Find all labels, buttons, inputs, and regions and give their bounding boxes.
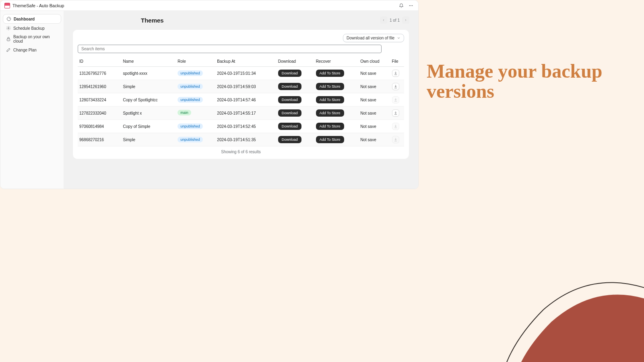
cell-cloud: Not save — [359, 120, 390, 133]
sidebar-item-change-plan[interactable]: Change Plan — [3, 45, 61, 54]
headline-line-2: versions — [427, 81, 603, 101]
col-recover: Recover — [314, 56, 359, 67]
cell-cloud: Not save — [359, 80, 390, 93]
cell-file — [390, 67, 404, 80]
cell-file — [390, 133, 404, 146]
role-badge: unpublished — [178, 84, 203, 89]
download-button[interactable]: Download — [278, 96, 301, 103]
role-badge: unpublished — [178, 137, 203, 142]
pager-text: 1 of 1 — [390, 18, 400, 23]
download-button[interactable]: Download — [278, 109, 301, 117]
pager: 1 of 1 — [380, 16, 409, 24]
sidebar-item-backup-on-your-own-cloud[interactable]: Backup on your own cloud — [3, 33, 61, 45]
table-row: 96868270216 Simple unpublished 2024-03-1… — [78, 133, 404, 146]
svg-rect-5 — [7, 39, 10, 41]
add-to-store-button[interactable]: Add To Store — [316, 136, 344, 143]
titlebar: ThemeSafe - Auto Backup — [0, 0, 418, 11]
cell-id: 128073433224 — [78, 93, 122, 107]
cell-download: Download — [277, 107, 314, 120]
results-count: Showing 6 of 6 results — [78, 150, 404, 154]
cell-backup-at: 2024-03-19T14:51:35 — [215, 133, 276, 146]
app-title: ThemeSafe - Auto Backup — [12, 3, 64, 8]
sidebar-item-dashboard[interactable]: Dashboard — [3, 14, 61, 24]
cell-recover: Add To Store — [314, 107, 359, 120]
main-content: Themes 1 of 1 Download all version of fi… — [64, 11, 418, 189]
file-download-icon — [392, 136, 399, 143]
cell-backup-at: 2024-03-19T14:57:46 — [215, 93, 276, 107]
pager-prev-button[interactable] — [380, 16, 387, 24]
add-to-store-button[interactable]: Add To Store — [316, 96, 344, 103]
add-to-store-button[interactable]: Add To Store — [316, 123, 344, 130]
cell-name: Simple — [122, 133, 176, 146]
cell-cloud: Not save — [359, 67, 390, 80]
app-window: ThemeSafe - Auto Backup DashboardSchedul… — [0, 0, 419, 189]
cell-file — [390, 93, 404, 107]
add-to-store-button[interactable]: Add To Store — [316, 70, 344, 77]
cell-file — [390, 80, 404, 93]
add-to-store-button[interactable]: Add To Store — [316, 83, 344, 90]
cell-name: Copy of Simple — [122, 120, 176, 133]
sidebar-item-schedule-backup[interactable]: Schedule Backup — [3, 24, 61, 33]
file-download-icon[interactable] — [392, 109, 399, 117]
cell-file — [390, 120, 404, 133]
cell-backup-at: 2024-03-19T14:55:17 — [215, 107, 276, 120]
cell-role: unpublished — [176, 93, 215, 107]
col-cloud: Own cloud — [359, 56, 390, 67]
file-download-icon[interactable] — [392, 70, 399, 77]
add-to-store-button[interactable]: Add To Store — [316, 109, 344, 117]
decorative-blob-icon — [495, 278, 644, 362]
role-badge: unpublished — [178, 97, 203, 103]
col-id: ID — [78, 56, 122, 67]
file-download-icon — [392, 96, 399, 103]
role-badge: unpublished — [178, 123, 203, 129]
svg-point-4 — [8, 28, 9, 29]
chevron-down-icon — [397, 36, 400, 40]
file-download-icon[interactable] — [392, 83, 399, 90]
pager-next-button[interactable] — [402, 16, 409, 24]
cell-download: Download — [277, 93, 314, 107]
role-badge: main — [178, 110, 191, 115]
table-row: 131267952776 spotlight-xxxx unpublished … — [78, 67, 404, 80]
download-button[interactable]: Download — [278, 136, 301, 143]
headline-line-1: Manage your backup — [427, 61, 603, 81]
cell-id: 97060814984 — [78, 120, 122, 133]
cell-role: unpublished — [176, 120, 215, 133]
cell-backup-at: 2024-03-19T14:52:45 — [215, 120, 276, 133]
notifications-icon[interactable] — [398, 2, 405, 9]
cell-name: spotlight-xxxx — [122, 67, 176, 80]
cell-recover: Add To Store — [314, 120, 359, 133]
cell-role: unpublished — [176, 67, 215, 80]
cell-recover: Add To Store — [314, 80, 359, 93]
cell-download: Download — [277, 67, 314, 80]
more-icon[interactable] — [408, 2, 414, 9]
cell-role: unpublished — [176, 80, 215, 93]
cell-id: 127822332040 — [78, 107, 122, 120]
svg-point-0 — [409, 5, 410, 6]
app-logo-icon — [4, 3, 10, 8]
sidebar-item-label: Schedule Backup — [13, 26, 45, 31]
cell-backup-at: 2024-03-19T14:59:03 — [215, 80, 276, 93]
svg-point-1 — [411, 5, 411, 6]
download-button[interactable]: Download — [278, 70, 301, 77]
cell-backup-at: 2024-03-19T15:01:34 — [215, 67, 276, 80]
cell-cloud: Not save — [359, 93, 390, 107]
table-row: 128073433224 Copy of Spotlightcc unpubli… — [78, 93, 404, 107]
sidebar-item-label: Dashboard — [14, 17, 35, 21]
cell-id: 131267952776 — [78, 67, 122, 80]
download-button[interactable]: Download — [278, 123, 301, 130]
cell-recover: Add To Store — [314, 93, 359, 107]
col-file: File — [390, 56, 404, 67]
role-badge: unpublished — [178, 70, 203, 76]
table-row: 128541261960 Simple unpublished 2024-03-… — [78, 80, 404, 93]
cell-download: Download — [277, 80, 314, 93]
download-button[interactable]: Download — [278, 83, 301, 90]
col-role: Role — [176, 56, 215, 67]
download-all-button[interactable]: Download all version of file — [343, 34, 404, 42]
themes-table: ID Name Role Backup At Download Recover … — [78, 56, 404, 146]
svg-point-2 — [412, 5, 413, 6]
cell-download: Download — [277, 133, 314, 146]
download-all-label: Download all version of file — [347, 36, 394, 40]
search-input[interactable] — [78, 45, 382, 53]
cell-file — [390, 107, 404, 120]
themes-card: Download all version of file ID Name Rol… — [72, 29, 409, 159]
